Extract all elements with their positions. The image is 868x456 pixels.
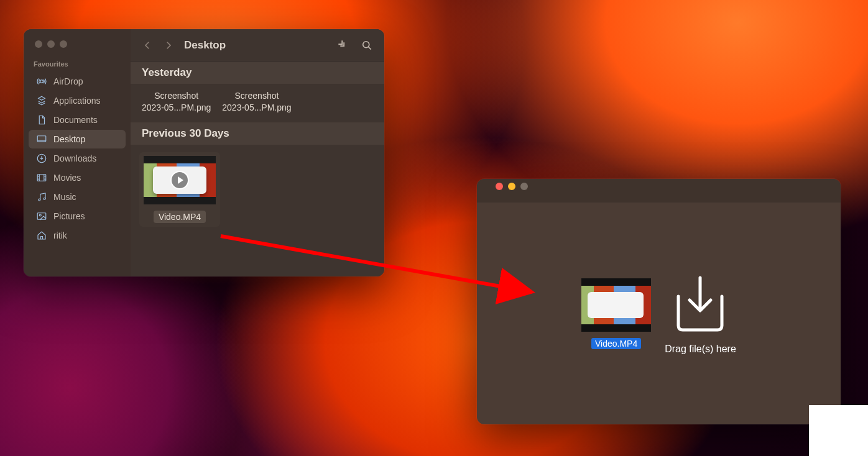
video-thumbnail [581, 278, 651, 332]
svg-point-8 [363, 41, 369, 47]
drop-titlebar[interactable] [477, 179, 841, 203]
traffic-lights[interactable] [24, 38, 131, 59]
svg-rect-3 [37, 175, 46, 181]
file-name-line: 2023-05...PM.png [142, 102, 211, 114]
drop-content[interactable]: Video.MP4 Drag file(s) here [477, 203, 841, 424]
forward-button[interactable] [163, 40, 175, 51]
window-title: Desktop [184, 39, 328, 52]
finder-toolbar: Desktop [131, 29, 384, 62]
file-item[interactable]: Screenshot 2023-05...PM.png [222, 90, 291, 114]
sidebar-item-label: Movies [53, 173, 81, 183]
sidebar-item-label: Applications [53, 96, 101, 106]
sidebar-item-downloads[interactable]: Downloads [29, 149, 126, 168]
sidebar-item-label: Documents [53, 115, 98, 125]
download-box-icon [669, 273, 731, 335]
corner-overlay [809, 405, 868, 456]
minimize-icon[interactable] [47, 40, 55, 48]
file-label: Video.MP4 [154, 211, 206, 223]
sidebar-section-label: Favourites [24, 59, 131, 71]
pictures-icon [36, 211, 47, 222]
yesterday-files: Screenshot 2023-05...PM.png Screenshot 2… [131, 84, 384, 122]
sidebar-item-applications[interactable]: Applications [29, 91, 126, 110]
drop-hint-label: Drag file(s) here [665, 344, 736, 355]
sidebar-item-label: AirDrop [53, 76, 83, 86]
maximize-icon[interactable] [520, 183, 528, 190]
svg-point-5 [44, 198, 45, 200]
drop-window: Video.MP4 Drag file(s) here [477, 179, 841, 424]
sidebar-item-label: Downloads [53, 153, 96, 163]
sidebar-item-label: Music [53, 192, 76, 202]
play-icon [170, 171, 189, 189]
file-name-line: Screenshot [142, 90, 211, 102]
file-item[interactable]: Screenshot 2023-05...PM.png [142, 90, 211, 114]
document-icon [36, 114, 47, 125]
sidebar-item-label: ritik [53, 230, 67, 240]
applications-icon [36, 95, 47, 106]
airdrop-icon [36, 76, 47, 87]
file-name-line: 2023-05...PM.png [222, 102, 291, 114]
sidebar-item-airdrop[interactable]: AirDrop [29, 72, 126, 91]
svg-point-4 [39, 199, 40, 201]
downloads-icon [36, 153, 47, 164]
home-icon [36, 230, 47, 241]
video-thumbnail [144, 156, 216, 204]
finder-main: Desktop Yesterday Screenshot 2023-05...P… [131, 29, 384, 276]
sidebar-item-music[interactable]: Music [29, 188, 126, 206]
sidebar-item-pictures[interactable]: Pictures [29, 207, 126, 226]
file-name-line: Screenshot [222, 90, 291, 102]
movies-icon [36, 172, 47, 183]
svg-point-0 [40, 80, 44, 83]
file-item-video[interactable]: Video.MP4 [139, 152, 220, 227]
traffic-lights[interactable] [484, 180, 528, 201]
minimize-icon[interactable] [508, 183, 515, 190]
dragged-file-preview[interactable]: Video.MP4 [581, 278, 651, 349]
close-icon[interactable] [496, 183, 503, 190]
sidebar-item-label: Desktop [53, 134, 85, 144]
desktop-icon [36, 134, 47, 145]
svg-point-7 [39, 214, 41, 216]
finder-window: Favourites AirDrop Applications Document… [24, 29, 384, 276]
sidebar-item-documents[interactable]: Documents [29, 111, 126, 129]
drop-target[interactable]: Drag file(s) here [665, 273, 736, 355]
search-icon[interactable] [361, 39, 373, 52]
overflow-icon[interactable] [337, 39, 349, 52]
group-header-yesterday: Yesterday [131, 62, 384, 84]
dragged-file-label: Video.MP4 [591, 338, 641, 349]
back-button[interactable] [142, 40, 154, 51]
music-icon [36, 191, 47, 203]
close-icon[interactable] [35, 40, 42, 48]
sidebar-item-label: Pictures [53, 211, 85, 221]
previous-30-files: Video.MP4 [131, 145, 384, 234]
sidebar-item-movies[interactable]: Movies [29, 168, 126, 187]
sidebar-item-desktop[interactable]: Desktop [29, 130, 126, 148]
maximize-icon[interactable] [60, 40, 67, 48]
sidebar-item-home[interactable]: ritik [29, 226, 126, 245]
group-header-previous-30: Previous 30 Days [131, 122, 384, 145]
finder-sidebar: Favourites AirDrop Applications Document… [24, 29, 131, 276]
